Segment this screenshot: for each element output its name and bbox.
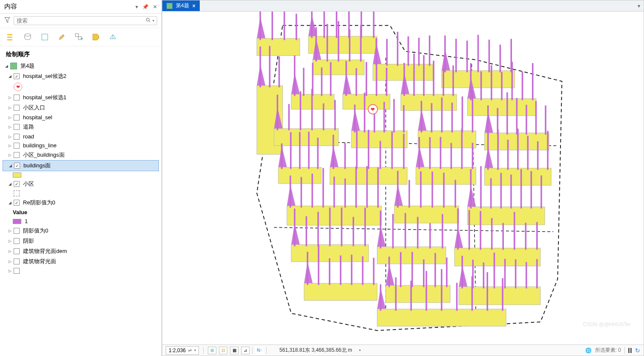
expand-icon[interactable]: ▷ (8, 125, 12, 129)
layer-checkbox[interactable] (14, 95, 20, 100)
expand-icon[interactable]: ▷ (8, 269, 12, 273)
layer-checkbox[interactable] (14, 163, 20, 169)
layer-node[interactable]: ◢ hospital_sel候选2 (3, 71, 159, 81)
layer-checkbox[interactable] (14, 228, 20, 234)
search-input[interactable] (17, 17, 146, 24)
layer-checkbox[interactable] (14, 238, 20, 244)
layer-node[interactable]: ▷道路 (3, 122, 159, 132)
layer-checkbox[interactable] (14, 258, 20, 264)
layer-checkbox[interactable] (14, 268, 20, 274)
symbol-row[interactable] (3, 189, 159, 198)
layer-checkbox[interactable] (14, 248, 20, 254)
layer-checkbox[interactable] (14, 105, 20, 111)
expand-icon[interactable]: ▷ (8, 249, 12, 253)
layer-node[interactable]: ◢ 小区 (3, 179, 159, 189)
scale-selector[interactable]: 1:2,036 ▴▾ ▾ (166, 346, 199, 355)
tab-menu-icon[interactable]: ▾ (634, 0, 644, 11)
filter-icon[interactable] (4, 17, 10, 24)
layer-node[interactable]: ▷buildings_line (3, 141, 159, 150)
list-by-source-icon[interactable] (23, 32, 32, 42)
contents-pane: 内容 ▾ 📌 ✕ ▾ + (0, 0, 162, 356)
symbol-row[interactable]: ❤ (3, 81, 159, 92)
list-by-labeling-icon[interactable] (91, 32, 101, 42)
layer-node[interactable]: ▷建筑物背光面dem (3, 246, 159, 256)
layer-node[interactable]: ▷ (3, 267, 159, 275)
pin-icon[interactable]: 📌 (142, 4, 149, 10)
search-icon[interactable] (146, 17, 151, 24)
layer-node[interactable]: ▷小区_buildings面 (3, 150, 159, 160)
value-heading-row: Value (3, 208, 159, 217)
symbol-row[interactable] (3, 171, 159, 179)
layer-node[interactable]: ▷阴影值为0 (3, 226, 159, 236)
search-dropdown-icon[interactable]: ▾ (152, 19, 154, 23)
svg-rect-6 (42, 34, 48, 40)
layer-checkbox[interactable] (14, 200, 20, 206)
collapse-icon[interactable]: ◢ (8, 182, 12, 186)
collapse-icon[interactable]: ◢ (8, 164, 12, 168)
svg-text:❤: ❤ (371, 106, 375, 112)
layer-node[interactable]: ▷小区入口 (3, 103, 159, 113)
expand-icon[interactable]: ▷ (8, 106, 12, 110)
coords-dropdown-icon[interactable]: ▾ (359, 348, 361, 352)
symbol-row[interactable]: 1 (3, 217, 159, 226)
layer-checkbox[interactable] (14, 115, 20, 121)
map-frame-node[interactable]: ◢ 第4题 (3, 61, 159, 71)
scale-stepper-icon[interactable]: ▴▾ (188, 348, 192, 352)
layer-node-selected[interactable]: ◢ buildings面 (3, 160, 159, 171)
map-canvas[interactable]: [ [220,60,100,40,4],[340,55,160,40,6],[3… (162, 11, 644, 345)
svg-rect-183 (304, 283, 377, 300)
layer-node[interactable]: ◢ Re阴影值为0 (3, 198, 159, 208)
snap-grid-icon[interactable]: ⊞ (208, 347, 216, 354)
pause-draw-icon[interactable] (628, 348, 632, 353)
separator (266, 347, 267, 354)
expand-icon[interactable]: ▷ (8, 239, 12, 243)
list-by-editing-icon[interactable] (57, 32, 66, 42)
layer-checkbox[interactable] (14, 143, 20, 149)
list-by-drawing-order-icon[interactable] (6, 32, 15, 42)
separator (203, 347, 204, 354)
svg-rect-118 (416, 167, 476, 184)
svg-rect-133 (287, 206, 382, 225)
expand-icon[interactable]: ▷ (8, 95, 12, 100)
collapse-icon[interactable]: ◢ (8, 74, 12, 78)
layer-checkbox[interactable] (14, 124, 20, 130)
list-by-perspective-icon[interactable] (108, 32, 118, 42)
separator (252, 347, 253, 354)
expand-icon[interactable]: ▷ (8, 135, 12, 139)
close-tab-icon[interactable]: × (193, 3, 196, 9)
scale-dropdown-icon[interactable]: ▾ (194, 348, 196, 352)
expand-icon[interactable]: ▷ (8, 115, 12, 120)
svg-rect-207 (377, 309, 506, 326)
dropdown-icon[interactable]: ▾ (135, 4, 138, 10)
collapse-icon[interactable]: ◢ (4, 64, 9, 68)
layer-node[interactable]: ▷road (3, 132, 159, 141)
expand-icon[interactable]: ▷ (8, 153, 12, 157)
correction-icon[interactable]: N↑ (255, 347, 264, 354)
layer-checkbox[interactable] (14, 73, 20, 79)
svg-rect-104 (278, 167, 321, 184)
expand-icon[interactable]: ▷ (8, 259, 12, 264)
map-view-container: 第4题 × ▾ [ [220,60,100,40,4],[340,55,160,… (162, 0, 644, 356)
coordinates-readout: 561,318.81东 3,466,385.66北 m (279, 347, 352, 354)
svg-rect-75 (274, 129, 338, 146)
grid-icon[interactable]: ▦ (230, 347, 239, 354)
layer-checkbox[interactable] (14, 134, 20, 140)
globe-icon[interactable]: 🌐 (585, 347, 592, 353)
list-by-snapping-icon[interactable]: + (74, 32, 83, 42)
list-by-selection-icon[interactable] (40, 32, 49, 42)
expand-icon[interactable]: ▷ (8, 229, 12, 233)
map-tab[interactable]: 第4题 × (162, 0, 200, 11)
svg-rect-82 (351, 131, 407, 148)
layer-checkbox[interactable] (14, 152, 20, 158)
layer-node[interactable]: ▷hospital_sel (3, 113, 159, 122)
layer-node[interactable]: ▷建筑物背光面 (3, 256, 159, 267)
layer-node[interactable]: ▷阴影 (3, 236, 159, 246)
dynamic-con-icon[interactable]: ⊿ (241, 347, 250, 354)
collapse-icon[interactable]: ◢ (8, 201, 12, 205)
snapping-icon[interactable]: ⊡ (219, 347, 227, 354)
layer-node[interactable]: ▷hospital_sel候选1 (3, 92, 159, 103)
close-pane-icon[interactable]: ✕ (153, 4, 157, 10)
layer-checkbox[interactable] (14, 181, 20, 187)
refresh-icon[interactable]: ↻ (635, 347, 640, 354)
expand-icon[interactable]: ▷ (8, 144, 12, 148)
